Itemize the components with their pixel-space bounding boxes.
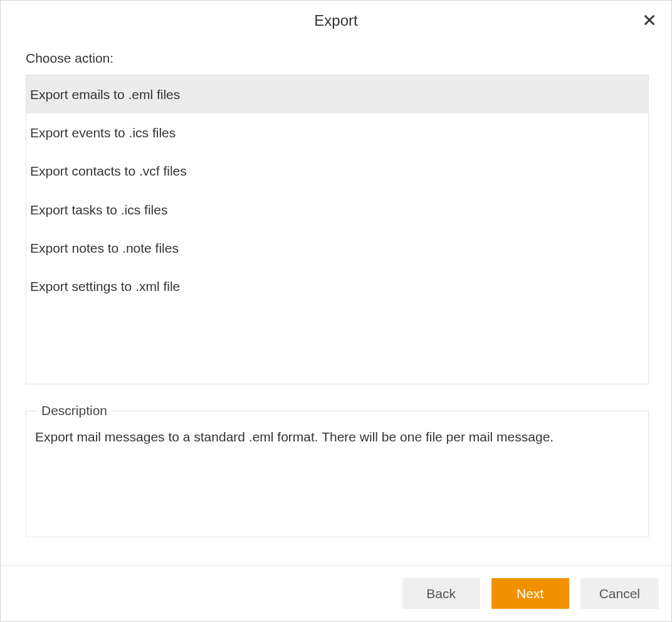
dialog-body: Choose action: Export emails to .eml fil… (1, 36, 671, 565)
dialog-footer: Back Next Cancel (1, 565, 671, 621)
close-button[interactable] (640, 11, 659, 31)
cancel-button[interactable]: Cancel (580, 578, 659, 609)
dialog-title: Export (1, 12, 671, 29)
close-icon (643, 19, 656, 29)
action-item-export-tasks[interactable]: Export tasks to .ics files (26, 191, 648, 229)
action-item-export-events[interactable]: Export events to .ics files (26, 113, 648, 152)
export-dialog: Export Choose action: Export emails to .… (0, 0, 672, 622)
choose-action-label: Choose action: (26, 51, 649, 66)
action-list: Export emails to .eml files Export event… (26, 75, 649, 384)
dialog-header: Export (1, 1, 671, 36)
next-button[interactable]: Next (491, 578, 569, 609)
back-button[interactable]: Back (402, 578, 480, 609)
description-text: Export mail messages to a standard .eml … (35, 428, 639, 446)
action-item-export-settings[interactable]: Export settings to .xml file (26, 267, 648, 305)
action-item-export-notes[interactable]: Export notes to .note files (26, 229, 648, 267)
description-legend: Description (38, 403, 111, 418)
action-item-export-emails[interactable]: Export emails to .eml files (26, 75, 648, 113)
description-box: Description Export mail messages to a st… (26, 403, 649, 537)
action-item-export-contacts[interactable]: Export contacts to .vcf files (26, 152, 648, 190)
